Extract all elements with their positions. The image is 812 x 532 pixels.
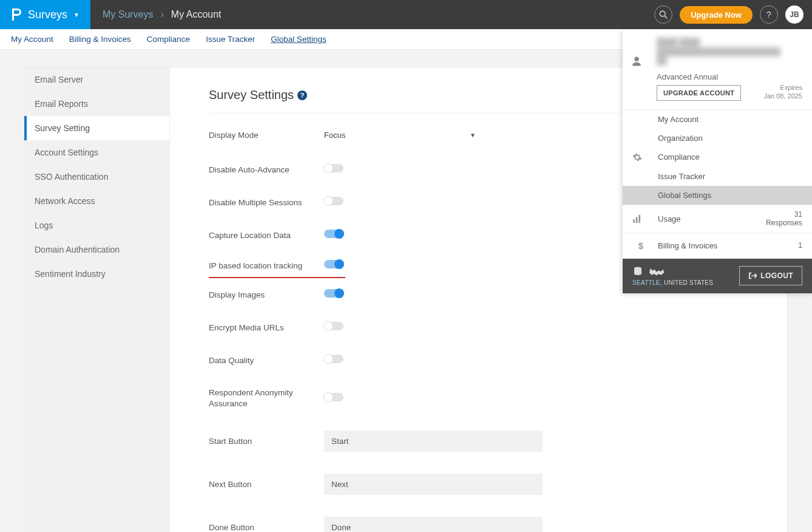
toggle-encrypt-media[interactable] bbox=[324, 322, 343, 330]
toggle-display-images[interactable] bbox=[324, 289, 343, 298]
sidebar-item-domain-auth[interactable]: Domain Authentication bbox=[25, 237, 169, 262]
label-data-quality: Data Quality bbox=[209, 356, 324, 365]
sidebar-item-sentiment[interactable]: Sentiment Industry bbox=[25, 262, 169, 286]
start-button-input[interactable] bbox=[324, 431, 543, 452]
subnav-billing[interactable]: Billing & Invoices bbox=[62, 29, 138, 50]
menu-label: Organization bbox=[658, 134, 703, 143]
settings-sidebar: Email Server Email Reports Survey Settin… bbox=[24, 67, 170, 532]
sidebar-item-account-settings[interactable]: Account Settings bbox=[25, 140, 169, 165]
row-encrypt-media: Encrypt Media URLs bbox=[209, 311, 757, 344]
toggle-auto-advance[interactable] bbox=[324, 164, 343, 172]
toggle-data-quality[interactable] bbox=[324, 355, 343, 363]
expires-date: Jan 08, 2025 bbox=[763, 92, 802, 100]
svg-rect-2 bbox=[633, 219, 635, 223]
svg-rect-4 bbox=[638, 215, 640, 223]
breadcrumb-root[interactable]: My Surveys bbox=[103, 9, 154, 20]
brand-menu[interactable]: Surveys ▼ bbox=[0, 0, 90, 29]
subnav-my-account[interactable]: My Account bbox=[4, 29, 61, 50]
billing-count: 1 bbox=[798, 241, 802, 250]
sidebar-item-logs[interactable]: Logs bbox=[25, 213, 169, 237]
gears-icon bbox=[632, 152, 649, 162]
label-start-button: Start Button bbox=[209, 437, 324, 446]
upgrade-now-button[interactable]: Upgrade Now bbox=[680, 6, 753, 24]
menu-label: Global Settings bbox=[658, 191, 711, 200]
sidebar-item-email-reports[interactable]: Email Reports bbox=[25, 92, 169, 116]
database-icon bbox=[632, 266, 643, 277]
label-multiple-sessions: Disable Multiple Sessions bbox=[209, 198, 324, 207]
label-encrypt-media: Encrypt Media URLs bbox=[209, 323, 324, 332]
row-data-quality: Data Quality bbox=[209, 344, 757, 377]
help-icon[interactable]: ? bbox=[297, 90, 307, 100]
label-display-images: Display Images bbox=[209, 290, 324, 299]
sidebar-item-email-server[interactable]: Email Server bbox=[25, 67, 169, 92]
plan-expires: Expires Jan 08, 2025 bbox=[763, 83, 802, 101]
menu-organization[interactable]: Organization bbox=[623, 129, 812, 148]
label-auto-advance: Disable Auto-Advance bbox=[209, 165, 324, 174]
search-button[interactable] bbox=[654, 5, 672, 24]
menu-label: Issue Tracker bbox=[658, 172, 705, 181]
row-done-button: Done Button bbox=[209, 506, 757, 532]
footer-icons bbox=[632, 266, 713, 277]
search-icon bbox=[659, 10, 668, 19]
label-done-button: Done Button bbox=[209, 523, 324, 532]
sidebar-item-survey-setting[interactable]: Survey Setting bbox=[24, 116, 169, 140]
label-anonymity: Respondent Anonymity Assurance bbox=[209, 387, 324, 409]
menu-billing[interactable]: $ Billing & Invoices 1 bbox=[623, 233, 812, 258]
row-anonymity: Respondent Anonymity Assurance bbox=[209, 377, 757, 420]
toggle-ip-location[interactable] bbox=[324, 260, 343, 268]
sidebar-item-sso[interactable]: SSO Authentication bbox=[25, 165, 169, 189]
billing-label: Billing & Invoices bbox=[658, 241, 717, 250]
question-icon: ? bbox=[766, 10, 771, 19]
toggle-anonymity[interactable] bbox=[324, 393, 343, 401]
account-header: ████ ██████████████████████████████ Adva… bbox=[623, 29, 812, 110]
svg-line-1 bbox=[665, 16, 667, 18]
subnav-issue[interactable]: Issue Tracker bbox=[198, 29, 262, 50]
server-location: SEATTLE, UNITED STATES bbox=[632, 279, 713, 286]
toggle-multiple-sessions[interactable] bbox=[324, 197, 343, 205]
row-next-button: Next Button bbox=[209, 463, 757, 506]
svg-point-0 bbox=[660, 11, 666, 16]
upgrade-account-button[interactable]: UPGRADE ACCOUNT bbox=[657, 85, 741, 101]
subnav-compliance[interactable]: Compliance bbox=[140, 29, 197, 50]
account-footer: SEATTLE, UNITED STATES LOGOUT bbox=[623, 259, 812, 293]
sidebar-item-network[interactable]: Network Access bbox=[25, 189, 169, 213]
done-button-input[interactable] bbox=[324, 517, 543, 532]
account-dropdown: ████ ██████████████████████████████ Adva… bbox=[623, 29, 812, 293]
brand-label: Surveys bbox=[28, 9, 67, 21]
row-start-button: Start Button bbox=[209, 420, 757, 463]
usage-value: 31Responses bbox=[766, 210, 802, 228]
subnav-global-settings[interactable]: Global Settings bbox=[263, 29, 334, 50]
menu-label: My Account bbox=[658, 115, 699, 124]
location-city: SEATTLE, bbox=[632, 279, 662, 286]
avatar[interactable]: JB bbox=[785, 5, 804, 24]
svg-rect-3 bbox=[636, 217, 638, 222]
display-mode-select[interactable]: Focus ▼ bbox=[324, 128, 476, 142]
top-actions: Upgrade Now ? JB bbox=[646, 0, 812, 29]
label-next-button: Next Button bbox=[209, 480, 324, 489]
menu-global-settings[interactable]: Global Settings bbox=[623, 186, 812, 205]
usage-label: Usage bbox=[658, 214, 681, 223]
menu-issue-tracker[interactable]: Issue Tracker bbox=[623, 167, 812, 186]
toggle-capture-location[interactable] bbox=[324, 230, 343, 238]
breadcrumb: My Surveys › My Account bbox=[90, 0, 646, 29]
help-button[interactable]: ? bbox=[760, 5, 778, 24]
logout-icon bbox=[748, 272, 757, 279]
account-menu-section: My Account Organization Compliance Issue… bbox=[623, 110, 812, 205]
account-name-blurred: ████ ██████████████████████████████ bbox=[657, 38, 802, 66]
brand-logo-icon bbox=[11, 9, 22, 21]
page-title-text: Survey Settings bbox=[209, 88, 294, 102]
label-capture-location: Capture Location Data bbox=[209, 231, 324, 240]
location-rest: UNITED STATES bbox=[662, 279, 713, 286]
next-button-input[interactable] bbox=[324, 474, 543, 495]
menu-my-account[interactable]: My Account bbox=[623, 110, 812, 129]
logout-button[interactable]: LOGOUT bbox=[739, 266, 802, 285]
menu-usage[interactable]: Usage 31Responses bbox=[623, 205, 812, 233]
caret-down-icon: ▼ bbox=[73, 12, 80, 18]
menu-compliance[interactable]: Compliance bbox=[623, 148, 812, 167]
top-bar: Surveys ▼ My Surveys › My Account Upgrad… bbox=[0, 0, 812, 29]
expires-label: Expires bbox=[780, 84, 802, 91]
menu-label: Compliance bbox=[658, 152, 700, 162]
billing-section: $ Billing & Invoices 1 bbox=[623, 233, 812, 259]
display-mode-value: Focus bbox=[324, 131, 345, 140]
map-icon bbox=[649, 266, 665, 277]
